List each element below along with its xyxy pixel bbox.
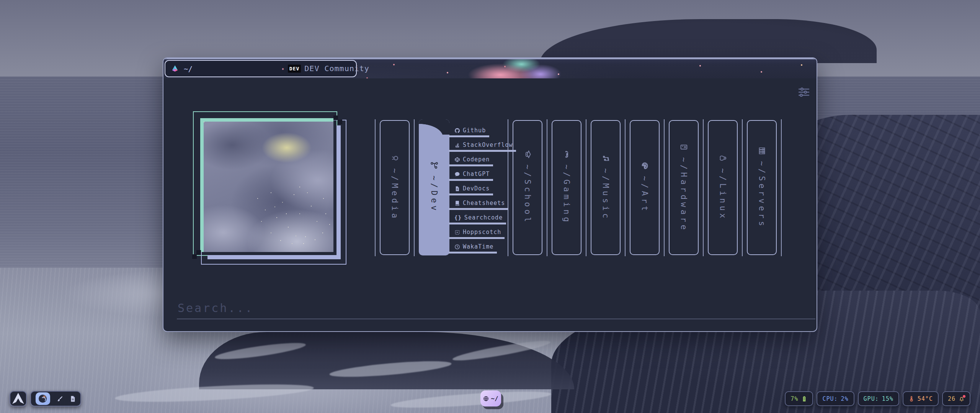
link-label: Hoppscotch bbox=[463, 229, 501, 236]
shelf-divider bbox=[703, 119, 704, 256]
cloud-artwork-image bbox=[200, 118, 333, 252]
hoppscotch-icon bbox=[454, 229, 460, 235]
arch-arrow-icon bbox=[10, 391, 26, 406]
tab-school[interactable]: ~/School bbox=[513, 120, 542, 255]
codepen-icon bbox=[454, 157, 460, 163]
dev-favicon-badge: DEV bbox=[288, 65, 301, 73]
search-input[interactable] bbox=[177, 301, 815, 319]
link-label: DevDocs bbox=[463, 185, 490, 192]
corner-handle bbox=[192, 254, 197, 259]
pc-tower-icon bbox=[680, 143, 688, 151]
music-note-icon bbox=[602, 154, 610, 162]
tab-label: ~/Dev bbox=[430, 176, 439, 213]
clock-icon bbox=[454, 244, 460, 250]
link-wakatime[interactable]: WakaTime bbox=[449, 243, 497, 254]
taskbar-app-firefox-active[interactable] bbox=[36, 392, 50, 405]
bell-icon bbox=[959, 396, 965, 402]
featured-artwork-card[interactable] bbox=[200, 118, 333, 252]
window-top-border bbox=[163, 58, 817, 59]
link-hoppscotch[interactable]: Hoppscotch bbox=[449, 229, 505, 239]
shelf-divider bbox=[742, 119, 743, 256]
braces-icon: {} bbox=[454, 215, 462, 220]
app-launcher-button[interactable] bbox=[10, 391, 27, 406]
tab-hardware[interactable]: ~/Hardware bbox=[669, 120, 699, 255]
graduation-cap-icon bbox=[524, 150, 532, 158]
browser-logo-icon bbox=[171, 65, 179, 73]
link-label: ChatGPT bbox=[463, 171, 490, 177]
tab-label: ~/Linux bbox=[718, 168, 727, 221]
link-label: Github bbox=[463, 127, 486, 134]
page-title: DEV Community bbox=[304, 64, 369, 73]
shelf-divider bbox=[414, 119, 415, 256]
tab-label: ~/Hardware bbox=[679, 157, 688, 232]
link-searchcode[interactable]: {} Searchcode bbox=[449, 214, 506, 224]
gpu-widget[interactable]: GPU: 15% bbox=[858, 391, 899, 406]
bookmark-shelf: ~/Media ~/Dev ~/Sc bbox=[375, 119, 782, 256]
link-label: Codepen bbox=[463, 156, 490, 163]
link-label: Cheatsheets bbox=[463, 200, 505, 206]
corner-handle bbox=[338, 120, 342, 124]
shelf-divider bbox=[375, 119, 376, 256]
tab-servers[interactable]: ~/Servers bbox=[747, 120, 777, 255]
gpu-label: GPU: bbox=[864, 395, 879, 402]
link-label: StackOverflow bbox=[463, 141, 513, 148]
shelf-divider bbox=[781, 119, 782, 256]
notes-icon[interactable] bbox=[69, 395, 76, 402]
search-bar bbox=[177, 301, 815, 319]
tab-media[interactable]: ~/Media bbox=[380, 120, 410, 255]
gamepad-icon bbox=[563, 150, 571, 158]
github-icon bbox=[454, 128, 460, 133]
system-tray: 7% CPU: 2% GPU: 15% 54°C 26 bbox=[785, 391, 970, 406]
tab-label: ~/Servers bbox=[757, 161, 766, 229]
media-icon bbox=[391, 154, 399, 162]
link-chatgpt[interactable]: ChatGPT bbox=[449, 171, 493, 181]
link-stackoverflow[interactable]: StackOverflow bbox=[449, 141, 516, 152]
firefox-icon bbox=[39, 395, 47, 403]
thermometer-icon bbox=[908, 396, 915, 402]
battery-widget[interactable]: 7% bbox=[785, 391, 813, 406]
tab-dev-active[interactable]: ~/Dev bbox=[419, 119, 449, 255]
document-icon bbox=[454, 186, 460, 192]
settings-sliders-icon[interactable] bbox=[798, 87, 810, 99]
shelf-divider bbox=[664, 119, 665, 256]
tab-label: ~/School bbox=[523, 164, 532, 224]
server-rack-icon bbox=[758, 147, 766, 155]
browser-window: ✦ DEV DEV Community ~/Me bbox=[163, 57, 817, 332]
tab-label: ~/Music bbox=[601, 168, 610, 221]
tab-label: ~/Gaming bbox=[562, 164, 571, 224]
shelf-divider bbox=[625, 119, 626, 256]
notification-count: 26 bbox=[948, 395, 956, 402]
shelf-divider bbox=[586, 119, 586, 256]
cpu-widget[interactable]: CPU: 2% bbox=[817, 391, 854, 406]
link-cheatsheets[interactable]: Cheatsheets bbox=[449, 200, 508, 210]
book-icon bbox=[454, 200, 460, 206]
tab-label: ~/Art bbox=[640, 176, 649, 213]
tab-gaming[interactable]: ~/Gaming bbox=[552, 120, 581, 255]
cpu-value: 2% bbox=[841, 395, 849, 402]
chat-bubble-icon bbox=[454, 171, 460, 177]
tab-linux[interactable]: ~/Linux bbox=[708, 120, 738, 255]
link-label: WakaTime bbox=[463, 243, 493, 250]
shelf-divider bbox=[547, 119, 547, 256]
globe-icon bbox=[483, 396, 489, 402]
temperature-value: 54°C bbox=[918, 395, 933, 402]
link-codepen[interactable]: Codepen bbox=[449, 156, 493, 166]
tab-music[interactable]: ~/Music bbox=[591, 120, 621, 255]
notification-dot bbox=[963, 395, 965, 398]
paint-brush-icon[interactable] bbox=[56, 395, 63, 402]
link-github[interactable]: Github bbox=[449, 127, 489, 137]
tab-art[interactable]: ~/Art bbox=[630, 120, 660, 255]
dev-links-list: Github StackOverflow Codepen ChatGPT bbox=[449, 127, 516, 258]
tab-label: ~/Media bbox=[390, 168, 399, 221]
workspace-indicator[interactable]: ~/ bbox=[480, 390, 501, 406]
notifications-widget[interactable]: 26 bbox=[942, 391, 970, 406]
sparkle-icon: ✦ bbox=[281, 66, 284, 71]
git-branch-icon bbox=[430, 161, 438, 169]
temperature-widget[interactable]: 54°C bbox=[903, 391, 939, 406]
corner-handle bbox=[196, 250, 201, 255]
taskbar-apps bbox=[30, 391, 81, 406]
link-label: Searchcode bbox=[464, 214, 503, 221]
page-title-area: ✦ DEV DEV Community bbox=[281, 63, 369, 74]
battery-percent: 7% bbox=[791, 395, 798, 402]
link-devdocs[interactable]: DevDocs bbox=[449, 185, 493, 195]
